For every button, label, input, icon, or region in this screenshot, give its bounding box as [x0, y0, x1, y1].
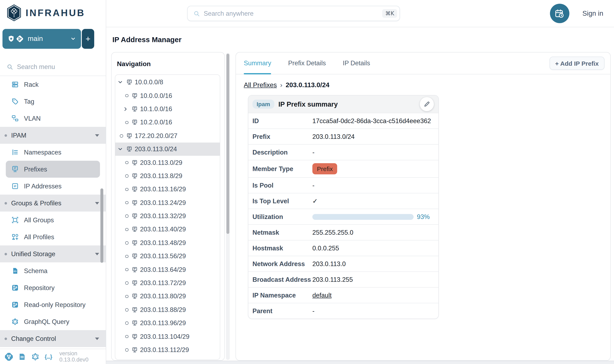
- tree-scrollbar-thumb[interactable]: [226, 54, 229, 234]
- tree-marker[interactable]: [124, 188, 129, 191]
- sidebar-section-unified-storage[interactable]: Unified Storage: [0, 246, 106, 262]
- sidebar-item-graphql-query[interactable]: GraphQL Query: [0, 313, 106, 330]
- document-icon[interactable]: [18, 353, 26, 361]
- tree-marker[interactable]: [124, 215, 129, 218]
- breadcrumb-separator: ›: [280, 81, 282, 89]
- tree-item-203-0-113-8-29[interactable]: 203.0.113.8/29: [115, 169, 220, 183]
- tree-item-label: 203.0.113.0/24: [135, 145, 177, 153]
- tree-item-203-0-113-104-29[interactable]: 203.0.113.104/29: [115, 330, 220, 343]
- tree-marker[interactable]: [124, 268, 129, 271]
- prefixes-icon: [12, 166, 19, 173]
- add-ip-prefix-button[interactable]: + Add IP Prefix: [549, 57, 604, 70]
- breadcrumb-all-prefixes-link[interactable]: All Prefixes: [244, 81, 277, 89]
- tree-item-203-0-113-64-29[interactable]: 203.0.113.64/29: [115, 263, 220, 276]
- sidebar-item-rack[interactable]: Rack: [0, 76, 106, 93]
- tree-item-203-0-113-112-29[interactable]: 203.0.113.112/29: [115, 343, 220, 357]
- tree-item-203-0-113-16-29[interactable]: 203.0.113.16/29: [115, 183, 220, 196]
- sidebar-search-input[interactable]: Search menu: [0, 58, 106, 76]
- tree-marker[interactable]: [124, 94, 129, 97]
- tree-marker[interactable]: [124, 121, 129, 124]
- bullet-icon: [5, 337, 7, 340]
- sidebar-item-schema[interactable]: Schema: [0, 262, 106, 279]
- sidebar-section-change-control[interactable]: Change Control: [0, 330, 106, 347]
- global-search-input[interactable]: Search anywhere ⌘K: [187, 6, 400, 21]
- tree-marker[interactable]: [124, 255, 129, 258]
- tree-item-203-0-113-96-29[interactable]: 203.0.113.96/29: [115, 316, 220, 330]
- sidebar-item-tag[interactable]: Tag: [0, 93, 106, 110]
- infrahub-app: INFRAHUB main + Search menu RackTagVLANI…: [0, 0, 614, 364]
- tree-marker[interactable]: [124, 161, 129, 164]
- tree-item-203-0-113-48-29[interactable]: 203.0.113.48/29: [115, 236, 220, 249]
- tree-item-203-0-113-80-29[interactable]: 203.0.113.80/29: [115, 290, 220, 303]
- tree-marker[interactable]: [124, 106, 129, 112]
- tree-scrollbar[interactable]: [226, 53, 230, 360]
- tree-item-10-0-0-0-16[interactable]: 10.0.0.0/16: [115, 89, 220, 103]
- tree-item-203-0-113-40-29[interactable]: 203.0.113.40/29: [115, 223, 220, 236]
- braces-icon[interactable]: {...}: [45, 353, 52, 360]
- tree-item-203-0-113-88-29[interactable]: 203.0.113.88/29: [115, 303, 220, 316]
- sidebar-item-repository[interactable]: Repository: [0, 279, 106, 296]
- leaf-circle-icon: [125, 335, 129, 338]
- sidebar-item-ip-addresses[interactable]: IP Addresses: [0, 178, 106, 195]
- summary-value: -: [312, 182, 314, 189]
- tree-item-203-0-113-24-29[interactable]: 203.0.113.24/29: [115, 196, 220, 209]
- sidebar-item-read-only-repository[interactable]: Read-only Repository: [0, 296, 106, 313]
- tree-item-203-0-113-120-29[interactable]: 203.0.113.120/29: [115, 357, 220, 360]
- tree-item-203-0-113-72-29[interactable]: 203.0.113.72/29: [115, 276, 220, 290]
- tree-item-203-0-113-32-29[interactable]: 203.0.113.32/29: [115, 209, 220, 223]
- horizontal-scrollbar-track[interactable]: [106, 361, 614, 364]
- infrahub-logo[interactable]: INFRAHUB: [6, 4, 85, 22]
- tree-marker[interactable]: [119, 146, 124, 152]
- sidebar-item-label: Prefixes: [24, 166, 47, 173]
- prefix-icon: [132, 120, 138, 125]
- tree-item-203-0-113-56-29[interactable]: 203.0.113.56/29: [115, 249, 220, 263]
- tree-marker[interactable]: [124, 349, 129, 351]
- tree-marker[interactable]: [124, 174, 129, 177]
- edit-button[interactable]: [420, 97, 434, 111]
- tree-marker[interactable]: [124, 335, 129, 338]
- tree-marker[interactable]: [124, 322, 129, 325]
- tab-ip-details[interactable]: IP Details: [343, 52, 370, 74]
- sign-in-button[interactable]: Sign in: [582, 10, 603, 17]
- time-travel-button[interactable]: [550, 4, 569, 23]
- sidebar-item-namespaces[interactable]: Namespaces: [0, 144, 106, 161]
- git-fork-icon[interactable]: [5, 353, 13, 361]
- tree-marker[interactable]: [119, 134, 124, 137]
- sidebar-section-groups-profiles[interactable]: Groups & Profiles: [0, 195, 106, 211]
- tree-marker[interactable]: [124, 228, 129, 231]
- tree-marker[interactable]: [124, 282, 129, 285]
- add-branch-button[interactable]: +: [82, 29, 94, 49]
- tree-item-172-20-20-0-27[interactable]: 172.20.20.0/27: [115, 129, 220, 143]
- tree-item-203-0-113-0-24[interactable]: 203.0.113.0/24: [115, 143, 220, 156]
- tab-summary[interactable]: Summary: [244, 52, 271, 74]
- summary-row-utilization: Utilization93%: [248, 209, 438, 224]
- sidebar-item-all-groups[interactable]: All Groups: [0, 211, 106, 229]
- tree-item-10-2-0-0-16[interactable]: 10.2.0.0/16: [115, 116, 220, 129]
- utilization-progress-bar: [312, 214, 414, 220]
- tree-marker[interactable]: [124, 201, 129, 204]
- all-profiles-icon: [12, 234, 19, 240]
- summary-value: 203.0.113.0/24: [312, 133, 355, 140]
- tree-item-10-1-0-0-16[interactable]: 10.1.0.0/16: [115, 103, 220, 116]
- tree-marker[interactable]: [124, 241, 129, 244]
- tree-marker[interactable]: [124, 295, 129, 298]
- bullet-icon: [5, 253, 7, 255]
- sidebar-item-vlan[interactable]: VLAN: [0, 110, 106, 127]
- branch-selector[interactable]: main: [2, 29, 81, 49]
- summary-value-cell: 0.0.0.255: [312, 244, 438, 252]
- tree-marker[interactable]: [124, 308, 129, 311]
- namespace-link[interactable]: default: [312, 291, 332, 299]
- tree-item-label: 203.0.113.72/29: [140, 279, 186, 287]
- sidebar-scrollbar[interactable]: [100, 188, 103, 263]
- tree-marker[interactable]: [119, 79, 124, 85]
- sidebar-section-ipam[interactable]: IPAM: [0, 127, 106, 144]
- sidebar-item-prefixes[interactable]: Prefixes: [6, 161, 100, 178]
- member-type-badge: Prefix: [312, 163, 337, 174]
- infrahub-hexagon-icon: [6, 4, 22, 22]
- sidebar-item-all-profiles[interactable]: All Profiles: [0, 229, 106, 246]
- prefix-icon: [132, 213, 138, 219]
- tree-item-203-0-113-0-29[interactable]: 203.0.113.0/29: [115, 156, 220, 169]
- tab-prefix-details[interactable]: Prefix Details: [288, 52, 326, 74]
- graphql-icon[interactable]: [31, 353, 39, 361]
- tree-item-10-0-0-0-8[interactable]: 10.0.0.0/8: [115, 76, 220, 89]
